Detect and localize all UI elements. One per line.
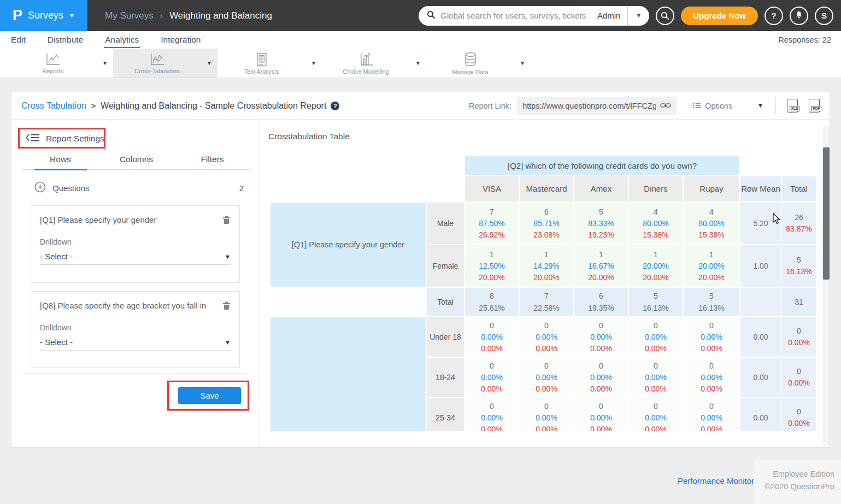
nav-item-edit[interactable]: Edit [10, 32, 27, 48]
tab-rows[interactable]: Rows [22, 155, 98, 169]
row-total-cell: 516.13% [782, 245, 816, 287]
toolbar-item-cross-tabulation[interactable]: Cross-Tabulation▼ [113, 49, 217, 78]
chevron-down-icon[interactable]: ▼ [628, 13, 649, 19]
search-input[interactable] [440, 11, 590, 20]
edition-line1: Employee Edition [754, 468, 834, 481]
chevron-down-icon[interactable]: ▼ [97, 49, 113, 78]
trash-icon[interactable] [222, 301, 231, 312]
nav-item-distribute[interactable]: Distribute [46, 32, 84, 48]
search-icon [427, 10, 436, 21]
questions-section-header: Questions 2 [34, 180, 244, 196]
table-cell [270, 156, 464, 175]
search-scope-selector[interactable]: Admin [590, 11, 628, 20]
row-label: Male [427, 203, 464, 244]
survey-nav: EditDistributeAnalyticsIntegration Respo… [0, 31, 841, 49]
toolbar-item-manage-data[interactable]: Manage Data▼ [426, 49, 531, 78]
chevron-down-icon[interactable]: ▼ [514, 49, 531, 78]
row-label: 18-24 [427, 358, 464, 397]
data-cell: 00.00%0.00% [465, 358, 519, 397]
report-link-field[interactable]: https://www.questionpro.com/t/lFFCZg [517, 97, 677, 115]
drilldown-label: Drilldown [40, 323, 231, 332]
report-settings-toggle[interactable]: Report Settings [26, 133, 104, 144]
column-header-visa: VISA [465, 176, 519, 201]
drilldown-select[interactable]: - Select -▼ [40, 334, 231, 351]
toolbar-item-reports[interactable]: Reports▼ [9, 49, 113, 78]
nav-item-integration[interactable]: Integration [160, 32, 202, 48]
data-cell: 685.71%23.08% [520, 203, 573, 244]
questionpro-app-window: { "colors": { "accent_blue": "#1b87e6", … [0, 0, 841, 504]
data-cell: 00.00%0.00% [684, 398, 739, 431]
breadcrumb-my-surveys[interactable]: My Surveys [105, 10, 154, 21]
report-header-bar: Cross Tabulation > Weighting and Balanci… [11, 92, 830, 120]
bell-icon [795, 10, 803, 21]
row-label: Female [427, 245, 464, 287]
cross-tab-chart-icon [150, 53, 165, 66]
toolbar-item-choice-modelling[interactable]: Choice Modelling▼ [322, 49, 426, 78]
vertical-scrollbar[interactable] [823, 127, 830, 446]
scrollbar-thumb[interactable] [823, 147, 830, 280]
global-search[interactable]: Admin ▼ [419, 6, 649, 26]
data-cell: 00.00%0.00% [520, 398, 573, 431]
chevron-down-icon[interactable]: ▼ [201, 49, 217, 78]
save-button[interactable]: Save [178, 387, 241, 404]
column-header-amex: Amex [574, 176, 628, 201]
column-header-mastercard: Mastercard [520, 176, 573, 201]
row-total-cell: 00.00% [782, 358, 816, 397]
toolbar-item-label: Text Analysis [244, 68, 279, 75]
grand-total-cell: 31 [782, 288, 816, 316]
report-panel: Cross Tabulation > Weighting and Balanci… [11, 92, 830, 448]
chevron-down-icon[interactable]: ▼ [410, 49, 426, 78]
help-icon[interactable]: ? [331, 102, 339, 110]
help-button[interactable]: ? [764, 7, 783, 25]
surveys-app-menu[interactable]: P Surveys ▼ [0, 0, 87, 31]
tab-filters[interactable]: Filters [174, 155, 250, 169]
total-row-label: Total [427, 288, 464, 316]
export-xls-button[interactable]: XLS [787, 99, 798, 112]
drilldown-select[interactable]: - Select -▼ [40, 248, 231, 265]
row-mean-cell: 1.00 [740, 245, 781, 287]
divider [22, 373, 250, 374]
link-icon[interactable] [660, 102, 671, 110]
edition-line2: ©2020 QuestionPro [754, 481, 834, 493]
chevron-down-icon: ▼ [225, 339, 231, 346]
cross-tabulation-link[interactable]: Cross Tabulation [21, 101, 86, 111]
divider [775, 97, 776, 115]
options-menu[interactable]: Options [693, 102, 732, 110]
search-submit-button[interactable] [656, 7, 674, 25]
data-cell: 00.00%0.00% [574, 398, 628, 431]
data-cell: 00.00%0.00% [520, 358, 573, 397]
data-cell: 00.00%0.00% [520, 317, 573, 357]
table-cell [740, 156, 781, 175]
questions-count: 2 [239, 183, 244, 193]
add-question-icon[interactable] [34, 181, 46, 194]
breadcrumb-current-survey: Weighting and Balancing [169, 10, 272, 21]
crosstab-title: Crosstabulation Table [268, 132, 350, 141]
data-cell: 112.50%20.00% [465, 245, 519, 287]
user-avatar[interactable]: S [815, 7, 833, 25]
toolbar-item-label: Cross-Tabulation [134, 68, 180, 74]
question-card: [Q1] Please specify your genderDrilldown… [31, 205, 240, 283]
list-icon [693, 102, 701, 110]
text-analysis-icon [256, 52, 268, 67]
questionpro-logo: P [13, 7, 22, 24]
top-header: P Surveys ▼ My Surveys › Weighting and B… [0, 0, 841, 31]
data-cell: 583.33%19.23% [574, 203, 628, 244]
row-mean-cell: 0.00 [740, 317, 781, 357]
data-cell: 480.00%15.38% [629, 203, 683, 244]
nav-item-analytics[interactable]: Analytics [104, 32, 140, 48]
line-chart-icon [45, 53, 61, 66]
chevron-down-icon[interactable]: ▼ [757, 103, 763, 109]
notifications-button[interactable] [790, 7, 808, 25]
select-value: - Select - [40, 252, 73, 261]
trash-icon[interactable] [222, 215, 231, 227]
chevron-down-icon[interactable]: ▼ [305, 49, 322, 78]
tab-columns[interactable]: Columns [98, 155, 174, 169]
select-value: - Select - [40, 337, 73, 347]
nav-tabs: EditDistributeAnalyticsIntegration [10, 32, 202, 48]
upgrade-now-button[interactable]: Upgrade Now [681, 7, 758, 25]
toolbar-item-text-analysis[interactable]: Text Analysis▼ [217, 49, 322, 78]
performance-monitor-link[interactable]: Performance Monitor [678, 476, 754, 485]
drilldown-label: Drilldown [40, 238, 231, 246]
data-cell: 00.00%0.00% [629, 398, 683, 431]
export-pdf-button[interactable]: PDF [809, 99, 820, 112]
